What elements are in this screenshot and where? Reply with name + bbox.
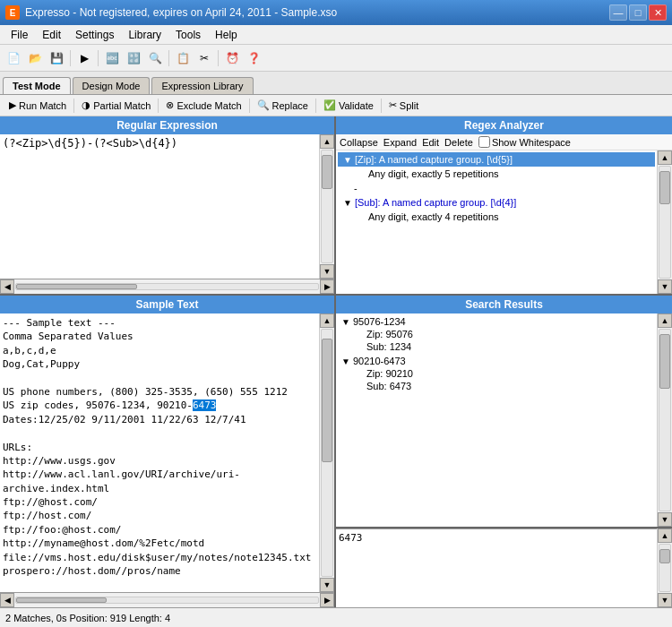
sample-line-1: --- Sample text --- <box>3 316 316 330</box>
toolbar-run[interactable]: ▶ <box>74 48 94 68</box>
menu-settings[interactable]: Settings <box>68 27 121 43</box>
result-value-scroll-up[interactable]: ▲ <box>658 528 672 543</box>
exclude-match-label: Exclude Match <box>177 100 241 111</box>
toolbar-btn5[interactable]: ✂ <box>194 48 214 68</box>
analyzer-scroll-thumb[interactable] <box>659 171 670 204</box>
toolbar-help[interactable]: ❓ <box>244 48 263 68</box>
result-match2-expand[interactable]: ▼ <box>341 356 350 366</box>
regex-input[interactable]: (?<Zip>\d{5})-(?<Sub>\d{4}) <box>0 134 319 279</box>
tree-node-zip[interactable]: ▼ [Zip]: A named capture group. [\d{5}] <box>338 152 655 167</box>
regex-hscroll-right[interactable]: ▶ <box>320 279 334 294</box>
tab-expression-library[interactable]: Expression Library <box>151 77 253 94</box>
sample-hscroll-left[interactable]: ◀ <box>0 593 14 607</box>
tree-expand-zip[interactable]: ▼ <box>343 155 352 165</box>
analyzer-scroll-down[interactable]: ▼ <box>658 279 672 294</box>
menu-help[interactable]: Help <box>208 27 245 43</box>
tab-design-mode[interactable]: Design Mode <box>73 77 151 94</box>
result-zip1-label: Zip: 95076 <box>366 329 413 339</box>
toolbar-btn1[interactable]: 🔤 <box>102 48 122 68</box>
sample-hscroll-track[interactable] <box>15 597 319 604</box>
sample-line-15: ftp://foo:@host.com/ <box>3 523 316 537</box>
regex-scroll-down[interactable]: ▼ <box>320 264 334 279</box>
sample-hscroll-right[interactable]: ▶ <box>320 593 334 607</box>
result-value-scroll-thumb[interactable] <box>659 549 670 563</box>
close-button[interactable]: ✕ <box>649 4 667 21</box>
menu-tools[interactable]: Tools <box>168 27 208 43</box>
analyzer-scroll-up[interactable]: ▲ <box>658 150 672 165</box>
status-text: 2 Matches, 0s Position: 919 Length: 4 <box>5 613 170 623</box>
results-scroll-down[interactable]: ▼ <box>658 512 672 527</box>
tree-node-sub[interactable]: ▼ [Sub]: A named capture group. [\d{4}] <box>338 195 655 210</box>
regex-hscroll[interactable]: ◀ ▶ <box>0 279 334 294</box>
regex-hscroll-left[interactable]: ◀ <box>0 279 14 294</box>
analyzer-expand[interactable]: Expand <box>383 137 417 148</box>
analyzer-toolbar: Collapse Expand Edit Delete Show Whitesp… <box>336 134 672 150</box>
regex-scroll-thumb[interactable] <box>322 155 332 189</box>
toolbar-btn3[interactable]: 🔍 <box>145 48 165 68</box>
replace-button[interactable]: 🔍 Replace <box>252 98 314 113</box>
exclude-match-button[interactable]: ⊗ Exclude Match <box>160 98 246 113</box>
sample-text-area[interactable]: --- Sample text --- Comma Separated Valu… <box>0 314 319 592</box>
result-sub2[interactable]: Sub: 6473 <box>338 380 655 392</box>
toolbar-btn4[interactable]: 📋 <box>173 48 193 68</box>
result-match1[interactable]: ▼ 95076-1234 <box>338 315 655 328</box>
run-match-button[interactable]: ▶ Run Match <box>4 98 72 113</box>
regex-hscroll-thumb[interactable] <box>16 284 137 289</box>
sample-scroll-down[interactable]: ▼ <box>320 578 334 592</box>
results-scroll-thumb[interactable] <box>659 334 670 389</box>
show-whitespace-label[interactable]: Show Whitespace <box>478 136 571 148</box>
tree-node-dash[interactable]: - <box>338 181 655 195</box>
toolbar-save[interactable]: 💾 <box>47 48 66 68</box>
sample-hscroll[interactable]: ◀ ▶ <box>0 592 334 607</box>
menu-file[interactable]: File <box>4 27 35 43</box>
result-value-scroll-down[interactable]: ▼ <box>658 593 672 607</box>
results-scroll-track[interactable] <box>659 329 671 511</box>
regex-panel-header: Regular Expression <box>0 116 334 134</box>
result-value-vscroll[interactable]: ▲ ▼ <box>657 528 672 607</box>
tab-test-mode[interactable]: Test Mode <box>3 77 71 94</box>
analyzer-edit[interactable]: Edit <box>422 137 439 148</box>
results-vscroll[interactable]: ▲ ▼ <box>657 314 672 527</box>
sample-scroll-thumb[interactable] <box>322 339 332 462</box>
sample-scroll-track[interactable] <box>321 329 333 577</box>
regex-scroll-track[interactable] <box>321 150 333 263</box>
result-sub1[interactable]: Sub: 1234 <box>338 340 655 353</box>
menu-edit[interactable]: Edit <box>35 27 68 43</box>
regex-panel-content: (?<Zip>\d{5})-(?<Sub>\d{4}) ▲ ▼ <box>0 134 334 279</box>
toolbar-open[interactable]: 📂 <box>25 48 45 68</box>
sample-scroll-up[interactable]: ▲ <box>320 314 334 328</box>
results-scroll-up[interactable]: ▲ <box>658 314 672 328</box>
toolbar-btn2[interactable]: 🔡 <box>124 48 143 68</box>
title-bar-controls[interactable]: — □ ✕ <box>609 4 667 21</box>
toolbar-new[interactable]: 📄 <box>4 48 23 68</box>
sample-hscroll-thumb[interactable] <box>16 597 107 603</box>
result-zip2[interactable]: Zip: 90210 <box>338 367 655 380</box>
result-zip1[interactable]: Zip: 95076 <box>338 328 655 340</box>
toolbar-clock[interactable]: ⏰ <box>222 48 242 68</box>
sample-vscroll[interactable]: ▲ ▼ <box>319 314 334 592</box>
analyzer-collapse[interactable]: Collapse <box>340 137 378 148</box>
sample-line-5 <box>3 372 316 385</box>
analyzer-scroll-track[interactable] <box>659 166 671 279</box>
minimize-button[interactable]: — <box>609 4 627 21</box>
sample-line-10: URLs: <box>3 441 316 454</box>
validate-button[interactable]: ✅ Validate <box>318 98 379 113</box>
result-match1-expand[interactable]: ▼ <box>341 317 350 327</box>
partial-match-button[interactable]: ◑ Partial Match <box>76 98 156 113</box>
maximize-button[interactable]: □ <box>629 4 647 21</box>
result-value-scroll-track[interactable] <box>659 544 671 592</box>
title-bar: E Expresso - Not registered, expires on … <box>0 0 672 25</box>
regex-vscroll[interactable]: ▲ ▼ <box>319 134 334 279</box>
status-bar: 2 Matches, 0s Position: 919 Length: 4 <box>0 607 672 627</box>
show-whitespace-checkbox[interactable] <box>478 136 490 148</box>
regex-hscroll-track[interactable] <box>15 283 319 290</box>
regex-text: (?<Zip>\d{5})-(?<Sub>\d{4}) <box>3 137 177 150</box>
split-button[interactable]: ✂ Split <box>383 98 424 113</box>
tree-expand-sub[interactable]: ▼ <box>343 198 352 208</box>
result-match2[interactable]: ▼ 90210-6473 <box>338 355 655 367</box>
analyzer-vscroll[interactable]: ▲ ▼ <box>657 150 672 294</box>
result-match1-label: 95076-1234 <box>353 316 406 327</box>
menu-library[interactable]: Library <box>121 27 168 43</box>
regex-scroll-up[interactable]: ▲ <box>320 134 334 149</box>
analyzer-delete[interactable]: Delete <box>444 137 473 148</box>
